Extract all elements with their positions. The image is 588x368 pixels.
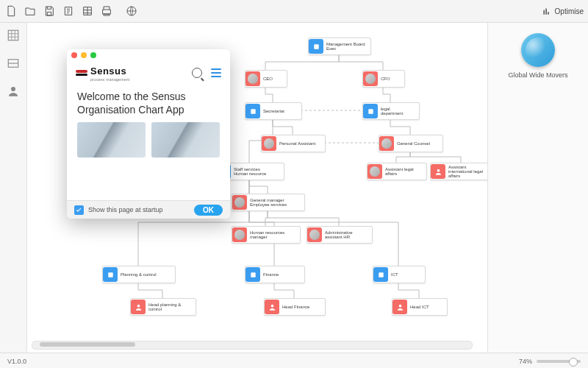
- svg-rect-62: [368, 109, 373, 113]
- menu-icon[interactable]: [211, 68, 221, 77]
- org-node[interactable]: CEO: [245, 70, 287, 88]
- org-node-label: Human resources manager: [247, 230, 287, 240]
- org-node-label: Staff services Human resource: [231, 167, 269, 177]
- open-icon[interactable]: [24, 4, 37, 18]
- org-node[interactable]: General Counsel: [379, 135, 443, 152]
- org-node[interactable]: Personal Assistant: [261, 135, 326, 152]
- org-node[interactable]: Secretariat: [245, 102, 302, 120]
- print-icon[interactable]: [100, 4, 113, 18]
- person-icon: [392, 300, 407, 314]
- web-icon[interactable]: [125, 4, 138, 18]
- department-icon: [245, 104, 260, 118]
- org-node[interactable]: Assistant legal affairs: [367, 163, 427, 180]
- right-sidebar: Global Wide Movers: [487, 23, 588, 353]
- close-dot[interactable]: [71, 52, 77, 58]
- person-icon: [379, 136, 394, 151]
- org-node-label: Head ICT: [407, 305, 432, 309]
- export-icon[interactable]: [62, 4, 75, 18]
- version-label: V1.0.0: [7, 358, 26, 365]
- window-controls: [67, 49, 230, 61]
- svg-rect-61: [251, 109, 255, 113]
- org-node[interactable]: General manager Employee services: [232, 194, 305, 211]
- org-node-label: legal department: [378, 107, 406, 116]
- svg-point-3: [11, 87, 15, 91]
- save-icon[interactable]: [43, 4, 56, 18]
- org-node-label: Secretariat: [260, 109, 287, 113]
- org-node[interactable]: Finance: [245, 266, 305, 283]
- svg-point-68: [137, 304, 140, 307]
- org-chart-canvas[interactable]: Management Board ExecCEOCFOSecretariatle…: [27, 23, 487, 353]
- help-tile-2[interactable]: [151, 122, 220, 158]
- person-icon: [262, 136, 276, 151]
- org-node-label: Finance: [260, 272, 282, 277]
- person-icon: [131, 300, 146, 314]
- org-node-label: Management Board Exec: [323, 42, 368, 52]
- org-node-label: Assistant international legal affairs: [445, 165, 486, 179]
- person-icon: [232, 195, 247, 210]
- department-icon: [103, 267, 118, 282]
- list-view-icon[interactable]: [7, 57, 20, 73]
- person-icon: [431, 164, 445, 179]
- welcome-dialog: Sensusprocess management Welcome to the …: [67, 49, 230, 219]
- org-node[interactable]: Head ICT: [392, 298, 448, 316]
- welcome-heading: Welcome to the Sensus Organisation Chart…: [67, 83, 230, 119]
- org-node[interactable]: Management Board Exec: [308, 38, 371, 55]
- org-node-label: Administrative assistant HR: [322, 230, 356, 240]
- department-icon: [309, 39, 323, 54]
- table-icon[interactable]: [81, 4, 94, 18]
- org-node-label: Head planning & control: [146, 302, 184, 312]
- main-toolbar: Optimise: [0, 0, 588, 23]
- org-node-label: General manager Employee services: [247, 198, 290, 208]
- svg-point-69: [270, 304, 273, 307]
- org-node[interactable]: legal department: [362, 102, 420, 120]
- department-icon: [373, 267, 388, 282]
- org-node-label: Assistant legal affairs: [382, 167, 417, 177]
- org-node-label: ICT: [388, 272, 401, 277]
- people-icon[interactable]: [7, 85, 20, 101]
- org-node[interactable]: Planning & control: [102, 266, 176, 283]
- help-tile-1[interactable]: [77, 122, 146, 158]
- org-node[interactable]: Human resources manager: [232, 226, 301, 244]
- show-at-startup-checkbox[interactable]: [74, 205, 84, 215]
- show-at-startup-label: Show this page at startup: [88, 206, 163, 213]
- search-icon[interactable]: [192, 68, 202, 78]
- org-node[interactable]: Administrative assistant HR: [306, 226, 373, 244]
- org-node[interactable]: Assistant international legal affairs: [430, 163, 487, 180]
- org-node[interactable]: ICT: [373, 266, 426, 283]
- svg-rect-60: [314, 44, 318, 49]
- organisation-name: Global Wide Movers: [508, 71, 567, 79]
- horizontal-scrollbar[interactable]: [32, 341, 473, 350]
- svg-point-70: [398, 304, 401, 307]
- ok-button[interactable]: OK: [194, 205, 223, 216]
- status-bar: V1.0.0 74%: [0, 353, 588, 368]
- optimise-button[interactable]: Optimise: [542, 6, 584, 16]
- sensus-logo: Sensusprocess management: [76, 64, 129, 82]
- org-node-label: Personal Assistant: [276, 141, 318, 146]
- org-node-label: Planning & control: [118, 272, 159, 277]
- person-icon: [368, 164, 382, 179]
- person-icon: [245, 71, 260, 86]
- grid-view-icon[interactable]: [7, 29, 20, 45]
- org-node[interactable]: Head planning & control: [130, 298, 196, 316]
- person-icon: [265, 300, 279, 314]
- org-node[interactable]: Head Finance: [264, 298, 326, 316]
- svg-rect-65: [108, 272, 112, 277]
- minimise-dot[interactable]: [81, 52, 87, 58]
- person-icon: [232, 227, 247, 242]
- new-doc-icon[interactable]: [4, 4, 18, 18]
- org-node-label: Head Finance: [279, 305, 312, 309]
- org-node-label: CEO: [260, 77, 276, 81]
- org-node-label: CFO: [378, 77, 393, 81]
- svg-rect-1: [8, 30, 18, 40]
- person-icon: [307, 227, 322, 242]
- department-icon: [363, 104, 378, 118]
- org-node-label: General Counsel: [394, 141, 433, 146]
- svg-rect-67: [379, 272, 383, 277]
- zoom-slider[interactable]: [537, 360, 581, 363]
- zoom-dot[interactable]: [90, 52, 96, 58]
- optimise-label: Optimise: [555, 7, 584, 15]
- org-node[interactable]: CFO: [362, 70, 405, 88]
- left-sidebar: [0, 23, 27, 353]
- organisation-globe-icon[interactable]: [521, 33, 555, 67]
- svg-rect-66: [251, 272, 255, 277]
